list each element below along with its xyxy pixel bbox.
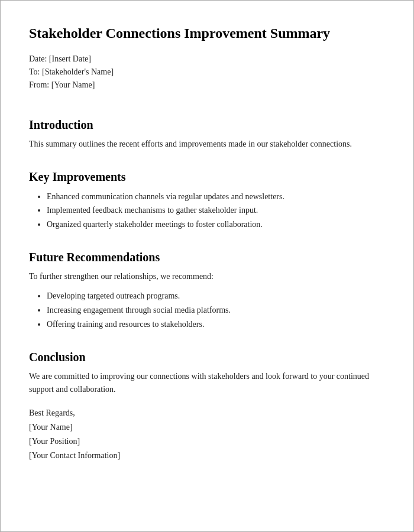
introduction-text: This summary outlines the recent efforts… (29, 138, 385, 151)
conclusion-heading: Conclusion (29, 351, 385, 364)
closing-block: Best Regards, [Your Name] [Your Position… (29, 408, 385, 465)
list-item: Increasing engagement through social med… (47, 303, 385, 317)
list-item: Organized quarterly stakeholder meetings… (47, 218, 385, 232)
closing-contact: [Your Contact Information] (29, 451, 385, 460)
list-item: Developing targeted outreach programs. (47, 289, 385, 303)
conclusion-text: We are committed to improving our connec… (29, 370, 385, 397)
future-recommendations-intro: To further strengthen our relationships,… (29, 270, 385, 283)
list-item: Enhanced communication channels via regu… (47, 190, 385, 204)
to-line: To: [Stakeholder's Name] (29, 67, 385, 77)
closing-position: [Your Position] (29, 437, 385, 446)
list-item: Offering training and resources to stake… (47, 317, 385, 332)
introduction-heading: Introduction (29, 118, 385, 132)
document: Stakeholder Connections Improvement Summ… (0, 0, 414, 532)
document-title: Stakeholder Connections Improvement Summ… (29, 24, 385, 43)
key-improvements-heading: Key Improvements (29, 170, 385, 184)
key-improvements-list: Enhanced communication channels via regu… (47, 190, 385, 232)
date-line: Date: [Insert Date] (29, 54, 385, 64)
from-line: From: [Your Name] (29, 80, 385, 90)
future-recommendations-list: Developing targeted outreach programs. I… (47, 289, 385, 331)
closing-name: [Your Name] (29, 423, 385, 432)
future-recommendations-heading: Future Recommendations (29, 251, 385, 264)
meta-block: Date: [Insert Date] To: [Stakeholder's N… (29, 54, 385, 93)
list-item: Implemented feedback mechanisms to gathe… (47, 203, 385, 218)
closing-regards: Best Regards, (29, 408, 385, 418)
